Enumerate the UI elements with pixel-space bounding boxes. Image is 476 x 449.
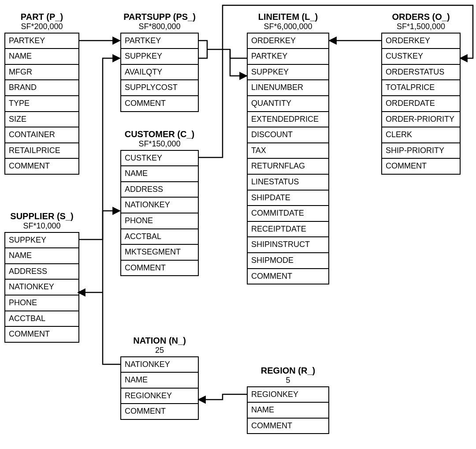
table-column: ORDER-PRIORITY [382, 112, 460, 128]
table-column: NAME [121, 373, 198, 389]
table-region: REGION (R_) 5 REGIONKEY NAME COMMENT [247, 365, 329, 434]
table-column: CUSTKEY [121, 151, 198, 167]
table-column: BRAND [5, 80, 78, 96]
table-title: PART (P_) [4, 11, 79, 22]
table-title: LINEITEM (L_) [247, 11, 329, 22]
table-column: COMMENT [382, 159, 460, 174]
table-partsupp: PARTSUPP (PS_) SF*800,000 PARTKEY SUPPKE… [120, 11, 199, 112]
table-column: COMMENT [5, 327, 78, 342]
er-diagram: PART (P_) SF*200,000 PARTKEY NAME MFGR B… [0, 0, 476, 449]
table-column: NAME [5, 248, 78, 264]
table-column: TAX [248, 143, 328, 159]
table-customer: CUSTOMER (C_) SF*150,000 CUSTKEY NAME AD… [120, 129, 199, 276]
table-column: DISCOUNT [248, 127, 328, 143]
table-column: SHIPMODE [248, 253, 328, 269]
table-column: SUPPKEY [121, 49, 198, 65]
table-column: TYPE [5, 96, 78, 112]
table-column: NATIONKEY [5, 280, 78, 296]
table-column: RETURNFLAG [248, 159, 328, 175]
table-column: ORDERDATE [382, 96, 460, 112]
table-columns: PARTKEY NAME MFGR BRAND TYPE SIZE CONTAI… [4, 33, 79, 175]
table-subtitle: SF*800,000 [120, 22, 199, 32]
table-column: RETAILPRICE [5, 143, 78, 159]
table-column: MFGR [5, 65, 78, 81]
table-column: ORDERSTATUS [382, 65, 460, 81]
table-subtitle: SF*200,000 [4, 22, 79, 32]
table-subtitle: SF*6,000,000 [247, 22, 329, 32]
table-column: COMMENT [121, 261, 198, 276]
table-column: LINESTATUS [248, 175, 328, 191]
table-column: CONTAINER [5, 127, 78, 143]
table-column: SHIPDATE [248, 191, 328, 206]
table-column: PARTKEY [248, 49, 328, 65]
table-column: EXTENDEDPRICE [248, 112, 328, 128]
table-column: ADDRESS [5, 264, 78, 280]
table-column: REGIONKEY [248, 387, 328, 403]
table-column: SUPPLYCOST [121, 80, 198, 96]
table-subtitle: SF*150,000 [120, 139, 199, 149]
table-column: SHIP-PRIORITY [382, 143, 460, 159]
table-subtitle: SF*1,500,000 [381, 22, 461, 32]
table-column: NAME [248, 403, 328, 419]
table-column: SIZE [5, 112, 78, 128]
table-supplier: SUPPLIER (S_) SF*10,000 SUPPKEY NAME ADD… [4, 211, 79, 343]
table-column: NATIONKEY [121, 357, 198, 373]
table-column: COMMENT [248, 419, 328, 434]
table-column: PARTKEY [121, 34, 198, 49]
table-column: COMMENT [5, 159, 78, 174]
table-title: PARTSUPP (PS_) [120, 11, 199, 22]
table-nation: NATION (N_) 25 NATIONKEY NAME REGIONKEY … [120, 335, 199, 420]
table-column: NAME [121, 166, 198, 182]
table-subtitle: SF*10,000 [4, 221, 79, 231]
table-columns: PARTKEY SUPPKEY AVAILQTY SUPPLYCOST COMM… [120, 33, 199, 112]
table-title: SUPPLIER (S_) [4, 211, 79, 221]
table-title: ORDERS (O_) [381, 11, 461, 22]
table-column: CLERK [382, 127, 460, 143]
table-column: PARTKEY [5, 34, 78, 49]
table-column: SHIPINSTRUCT [248, 237, 328, 253]
table-orders: ORDERS (O_) SF*1,500,000 ORDERKEY CUSTKE… [381, 11, 461, 175]
table-title: REGION (R_) [247, 365, 329, 376]
table-column: LINENUMBER [248, 80, 328, 96]
table-column: PHONE [121, 213, 198, 229]
table-column: RECEIPTDATE [248, 222, 328, 238]
table-column: ADDRESS [121, 182, 198, 198]
table-title: CUSTOMER (C_) [120, 129, 199, 139]
table-column: NAME [5, 49, 78, 65]
table-column: PHONE [5, 296, 78, 311]
table-column: ACCTBAL [5, 311, 78, 327]
table-column: COMMENT [121, 96, 198, 111]
table-column: SUPPKEY [248, 65, 328, 81]
table-column: REGIONKEY [121, 389, 198, 404]
table-column: MKTSEGMENT [121, 245, 198, 261]
table-column: TOTALPRICE [382, 80, 460, 96]
table-columns: CUSTKEY NAME ADDRESS NATIONKEY PHONE ACC… [120, 150, 199, 277]
table-columns: ORDERKEY PARTKEY SUPPKEY LINENUMBER QUAN… [247, 33, 329, 285]
table-column: CUSTKEY [382, 49, 460, 65]
table-column: SUPPKEY [5, 233, 78, 249]
table-column: COMMITDATE [248, 206, 328, 222]
table-subtitle: 5 [247, 376, 329, 385]
table-column: COMMENT [121, 404, 198, 419]
table-column: NATIONKEY [121, 198, 198, 213]
table-column: QUANTITY [248, 96, 328, 112]
table-lineitem: LINEITEM (L_) SF*6,000,000 ORDERKEY PART… [247, 11, 329, 284]
table-part: PART (P_) SF*200,000 PARTKEY NAME MFGR B… [4, 11, 79, 175]
table-columns: REGIONKEY NAME COMMENT [247, 386, 329, 434]
table-column: AVAILQTY [121, 65, 198, 81]
table-subtitle: 25 [120, 346, 199, 355]
table-columns: ORDERKEY CUSTKEY ORDERSTATUS TOTALPRICE … [381, 33, 461, 175]
table-column: ORDERKEY [382, 34, 460, 49]
table-column: ORDERKEY [248, 34, 328, 49]
table-columns: SUPPKEY NAME ADDRESS NATIONKEY PHONE ACC… [4, 232, 79, 343]
table-columns: NATIONKEY NAME REGIONKEY COMMENT [120, 356, 199, 420]
table-column: ACCTBAL [121, 229, 198, 245]
table-column: COMMENT [248, 269, 328, 284]
table-title: NATION (N_) [120, 335, 199, 346]
